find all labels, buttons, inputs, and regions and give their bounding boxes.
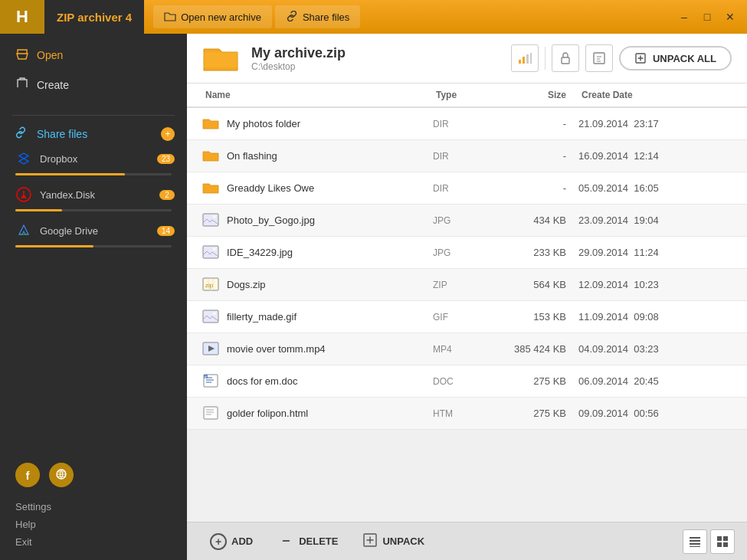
unpack-button[interactable]: UNPACK [352, 528, 435, 555]
grid-view-button[interactable] [710, 529, 735, 554]
window-controls: – □ ✕ [673, 6, 747, 28]
minimize-button[interactable]: – [673, 6, 695, 28]
file-date: 16.09.2014 12:14 [578, 150, 732, 162]
archive-name: My archive.zip [251, 45, 499, 61]
svg-rect-4 [526, 54, 529, 64]
share-files-button[interactable]: Share files [275, 5, 360, 28]
add-button[interactable]: + ADD [199, 529, 264, 555]
archive-folder-icon [202, 43, 239, 74]
sidebar: Open Create Share fi [0, 34, 187, 560]
share-files-label: Share files [37, 128, 87, 140]
svg-rect-11 [203, 246, 218, 258]
table-row[interactable]: fillerty_made.gif GIF 153 KB 11.09.2014 … [187, 301, 747, 333]
header-divider [545, 47, 546, 70]
file-size: 275 KB [502, 408, 578, 419]
file-name: movie over tomm.mp4 [227, 343, 326, 355]
unpack-icon [362, 532, 378, 550]
svg-rect-9 [203, 214, 218, 226]
stats-button[interactable] [511, 44, 539, 72]
svg-rect-32 [723, 542, 728, 547]
file-type-icon [202, 181, 219, 196]
file-date: 05.09.2014 16:05 [578, 182, 732, 194]
close-button[interactable]: ✕ [719, 6, 741, 28]
web-icon[interactable] [49, 463, 74, 487]
table-row[interactable]: Greaddy Likes Owe DIR - 05.09.2014 16:05 [187, 172, 747, 205]
table-row[interactable]: zip Dogs.zip ZIP 564 KB 12.09.2014 10:23 [187, 269, 747, 301]
svg-rect-28 [690, 546, 700, 547]
file-size: 233 KB [502, 247, 578, 258]
sidebar-item-yandex[interactable]: Yandex.Disk 2 [0, 180, 187, 209]
table-row[interactable]: My photos folder DIR - 21.09.2014 23:17 [187, 108, 747, 140]
file-name: Photo_by_Gogo.jpg [227, 215, 315, 226]
open-icon [15, 47, 29, 62]
settings-link[interactable]: Settings [15, 498, 172, 516]
file-name-cell: IDE_34229.jpg [202, 245, 433, 260]
file-date: 09.09.2014 00:56 [578, 408, 732, 419]
file-name-cell: movie over tomm.mp4 [202, 342, 433, 357]
table-row[interactable]: W docs for em.doc DOC 275 KB 06.09.2014 … [187, 365, 747, 398]
open-new-archive-button[interactable]: Open new archive [153, 5, 272, 28]
file-size: - [502, 150, 578, 162]
sidebar-item-googledrive[interactable]: Google Drive 14 [0, 216, 187, 245]
unpack-all-button[interactable]: UNPACK ALL [619, 46, 732, 70]
svg-rect-6 [562, 57, 569, 64]
file-date: 11.09.2014 09:08 [578, 311, 732, 323]
maximize-button[interactable]: □ [696, 6, 718, 28]
table-row[interactable]: IDE_34229.jpg JPG 233 KB 29.09.2014 11:2… [187, 237, 747, 269]
file-name-cell: Greaddy Likes Owe [202, 181, 433, 196]
table-row[interactable]: golder folipon.html HTM 275 KB 09.09.201… [187, 398, 747, 430]
file-type: HTM [433, 408, 502, 419]
sidebar-item-create[interactable]: Create [0, 70, 187, 100]
share-icon [15, 126, 29, 141]
table-row[interactable]: Photo_by_Gogo.jpg JPG 434 KB 23.09.2014 … [187, 205, 747, 237]
col-date-header: Create Date [578, 90, 732, 100]
file-date: 23.09.2014 19:04 [578, 215, 732, 226]
svg-rect-23 [204, 407, 218, 419]
file-type-icon [202, 309, 219, 325]
archive-info: My archive.zip C:\desktop [251, 45, 499, 72]
delete-icon: − [277, 533, 294, 550]
globe-icon [55, 468, 67, 483]
file-type: JPG [433, 215, 502, 226]
file-type-icon [202, 116, 219, 132]
svg-rect-7 [594, 53, 604, 64]
table-row[interactable]: movie over tomm.mp4 MP4 385 424 KB 04.09… [187, 333, 747, 365]
yandex-progress-bar [15, 209, 172, 211]
share-files-section[interactable]: Share files + [0, 119, 187, 144]
exit-link[interactable]: Exit [15, 533, 172, 551]
file-name-cell: My photos folder [202, 116, 433, 132]
table-row[interactable]: On flashing DIR - 16.09.2014 12:14 [187, 140, 747, 172]
archive-actions: UNPACK ALL [511, 44, 732, 72]
list-view-button[interactable] [683, 529, 707, 554]
delete-button[interactable]: − DELETE [267, 529, 349, 555]
googledrive-progress-fill [15, 245, 93, 247]
help-link[interactable]: Help [15, 516, 172, 533]
file-name-cell: Photo_by_Gogo.jpg [202, 213, 433, 228]
file-type: DIR [433, 183, 502, 194]
add-icon[interactable]: + [161, 127, 175, 141]
sidebar-bottom: f Settings Help Exit [0, 454, 187, 560]
social-icons: f [15, 463, 172, 487]
lock-button[interactable] [552, 44, 579, 72]
file-name: Dogs.zip [227, 279, 266, 290]
file-type: JPG [433, 247, 502, 258]
col-name-header: Name [202, 90, 433, 100]
facebook-icon[interactable]: f [15, 463, 40, 487]
svg-point-17 [213, 312, 216, 315]
sidebar-item-dropbox[interactable]: Dropbox 23 [0, 144, 187, 173]
sidebar-divider [12, 115, 175, 116]
dropbox-progress-bar [15, 173, 172, 175]
info-button[interactable] [585, 44, 613, 72]
svg-text:zip: zip [205, 282, 214, 289]
svg-rect-5 [530, 53, 532, 64]
sidebar-item-open[interactable]: Open [0, 40, 187, 70]
file-size: 385 424 KB [502, 343, 578, 355]
add-icon: + [210, 533, 227, 550]
file-name: Greaddy Likes Owe [227, 182, 314, 194]
yandex-icon [15, 186, 32, 203]
googledrive-badge: 14 [157, 226, 175, 236]
svg-rect-25 [690, 537, 700, 539]
file-size: 153 KB [502, 311, 578, 323]
title-bar: H ZIP archiver 4 Open new archive Share … [0, 0, 747, 34]
svg-rect-31 [717, 542, 722, 547]
